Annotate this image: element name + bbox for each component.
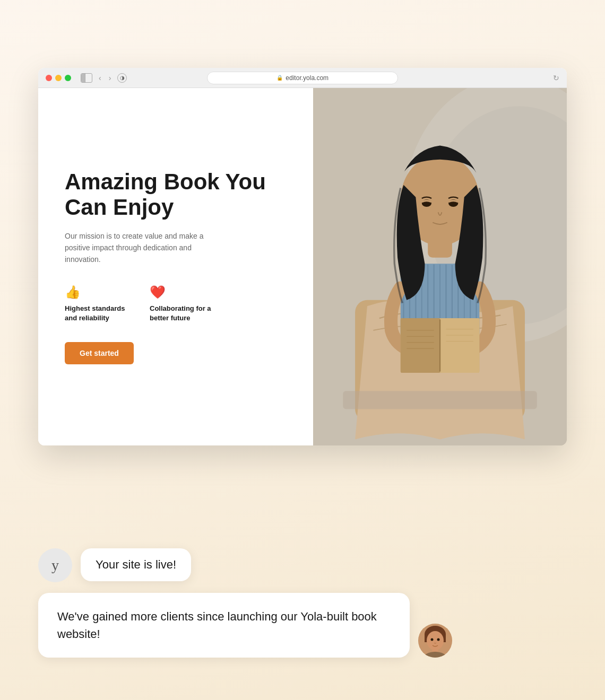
hero-title: Amazing Book You Can Enjoy xyxy=(65,169,287,221)
sidebar-toggle-button[interactable] xyxy=(81,73,92,83)
svg-rect-34 xyxy=(343,391,537,409)
chat-row-2: We've gained more clients since launchin… xyxy=(38,593,567,658)
chat-bubble-2-text: We've gained more clients since launchin… xyxy=(57,610,377,641)
heart-icon: ❤️ xyxy=(150,285,213,300)
feature-label-standards: Highest standards and reliability xyxy=(65,304,128,323)
hero-subtitle: Our mission is to create value and make … xyxy=(65,230,213,266)
svg-point-38 xyxy=(427,631,444,650)
svg-point-39 xyxy=(431,638,434,641)
svg-rect-20 xyxy=(401,318,440,373)
right-panel xyxy=(313,88,567,445)
url-text: editor.yola.com xyxy=(286,74,329,82)
feature-label-collaborating: Collaborating for a better future xyxy=(150,304,213,323)
lock-icon: 🔒 xyxy=(276,75,283,81)
feature-item-collaborating: ❤️ Collaborating for a better future xyxy=(150,285,213,323)
chat-bubble-1: Your site is live! xyxy=(81,548,191,581)
browser-window: ‹ › ◑ 🔒 editor.yola.com ↻ Amazing Book Y… xyxy=(38,68,567,445)
hero-image xyxy=(313,88,567,445)
traffic-lights xyxy=(46,75,71,81)
feature-item-standards: 👍 Highest standards and reliability xyxy=(65,285,128,323)
user-avatar xyxy=(418,624,452,658)
thumbsup-icon: 👍 xyxy=(65,285,128,300)
browser-chrome: ‹ › ◑ 🔒 editor.yola.com ↻ xyxy=(38,68,567,88)
browser-content: Amazing Book You Can Enjoy Our mission i… xyxy=(38,88,567,445)
chat-bubble-1-text: Your site is live! xyxy=(96,558,176,571)
fullscreen-button[interactable] xyxy=(65,75,71,81)
features-row: 👍 Highest standards and reliability ❤️ C… xyxy=(65,285,287,323)
svg-point-40 xyxy=(437,638,440,641)
yola-avatar: y xyxy=(38,548,72,582)
reload-button[interactable]: ↻ xyxy=(553,74,559,82)
brightness-icon: ◑ xyxy=(117,73,127,83)
chat-row-1: y Your site is live! xyxy=(38,548,567,582)
address-bar[interactable]: 🔒 editor.yola.com xyxy=(207,72,398,84)
close-button[interactable] xyxy=(46,75,52,81)
left-panel: Amazing Book You Can Enjoy Our mission i… xyxy=(38,88,313,445)
chat-bubble-2: We've gained more clients since launchin… xyxy=(38,593,410,658)
back-button[interactable]: ‹ xyxy=(98,74,102,82)
yola-initial: y xyxy=(51,557,59,574)
chat-section: y Your site is live! We've gained more c… xyxy=(38,548,567,658)
minimize-button[interactable] xyxy=(55,75,62,81)
svg-rect-21 xyxy=(440,318,479,373)
get-started-button[interactable]: Get started xyxy=(65,342,134,364)
forward-button[interactable]: › xyxy=(108,74,113,82)
